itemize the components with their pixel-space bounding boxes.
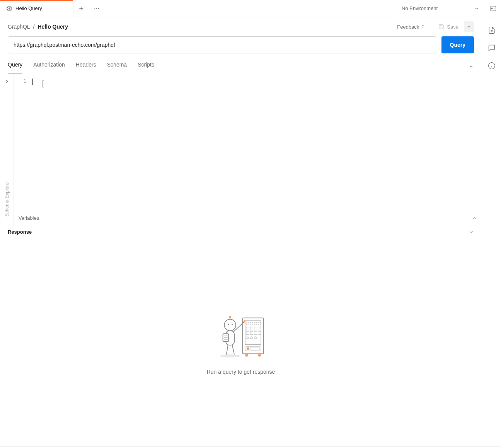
tab-headers[interactable]: Headers <box>76 59 96 74</box>
response-header[interactable]: Response <box>0 225 482 239</box>
schema-explorer-label: Schema Explorer <box>4 181 10 217</box>
environment-quicklook-button[interactable] <box>485 0 501 17</box>
svg-point-38 <box>229 316 231 318</box>
breadcrumb-collection[interactable]: GraphQL <box>8 24 30 30</box>
save-button: Save <box>435 21 462 32</box>
tab-scripts[interactable]: Scripts <box>138 59 154 74</box>
chevron-up-icon <box>472 215 477 221</box>
svg-point-10 <box>491 8 492 9</box>
schema-explorer-toggle[interactable] <box>4 79 10 84</box>
environment-label: No Environment <box>402 5 438 11</box>
request-tab-label: Hello Query <box>15 5 42 11</box>
chevron-down-icon <box>469 229 474 235</box>
query-button[interactable]: Query <box>441 36 474 53</box>
collapse-request-button[interactable] <box>469 64 474 69</box>
empty-state-illustration <box>212 311 270 361</box>
svg-point-11 <box>494 8 495 9</box>
query-editor[interactable]: 1 <box>14 74 476 211</box>
response-heading: Response <box>8 229 32 235</box>
breadcrumb: GraphQL / Hello Query <box>8 24 68 30</box>
variables-toggle[interactable]: Variables <box>14 211 482 225</box>
tab-authorization[interactable]: Authorization <box>33 59 65 74</box>
info-icon[interactable] <box>488 62 496 70</box>
tab-query[interactable]: Query <box>8 59 22 74</box>
svg-point-35 <box>224 319 236 331</box>
documentation-icon[interactable] <box>488 26 496 34</box>
variables-label: Variables <box>19 215 39 221</box>
chevron-down-icon <box>474 6 479 11</box>
tab-options-button[interactable] <box>89 0 104 17</box>
environment-selector[interactable]: No Environment <box>396 0 485 17</box>
breadcrumb-separator: / <box>33 24 35 30</box>
feedback-link[interactable]: Feedback <box>397 24 425 30</box>
svg-point-33 <box>258 354 261 356</box>
line-number: 1 <box>14 78 32 207</box>
text-cursor-icon <box>41 80 45 87</box>
comments-icon[interactable] <box>488 44 496 52</box>
svg-point-37 <box>232 323 233 325</box>
svg-point-6 <box>94 8 95 9</box>
svg-point-8 <box>98 8 99 9</box>
text-caret <box>32 79 33 85</box>
save-options-button[interactable] <box>464 21 474 32</box>
svg-point-7 <box>96 8 97 9</box>
url-input[interactable] <box>8 36 436 53</box>
svg-point-45 <box>244 320 246 323</box>
svg-point-32 <box>245 354 248 356</box>
save-icon <box>438 24 445 30</box>
svg-point-30 <box>247 347 249 350</box>
empty-state-message: Run a query to get response <box>207 369 275 375</box>
svg-point-36 <box>228 323 229 325</box>
tab-schema[interactable]: Schema <box>107 59 127 74</box>
breadcrumb-current: Hello Query <box>37 24 68 30</box>
graphql-icon <box>6 5 12 12</box>
external-link-icon <box>421 24 425 29</box>
new-tab-button[interactable] <box>73 0 89 17</box>
svg-point-34 <box>220 354 240 357</box>
request-tab[interactable]: Hello Query <box>0 0 73 17</box>
